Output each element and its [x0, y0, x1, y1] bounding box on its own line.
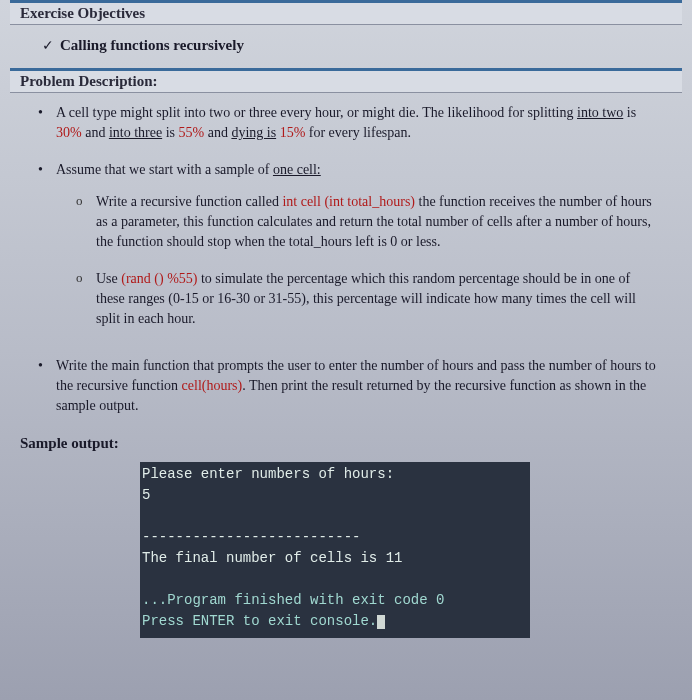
console-line-4b: Press ENTER to exit console. [142, 613, 377, 629]
exercise-objectives-header: Exercise Objectives [10, 0, 682, 25]
problem-point-2: Assume that we start with a sample of on… [28, 156, 662, 352]
console-line-4a: ...Program finished with exit code 0 [142, 592, 444, 608]
document-page: Exercise Objectives ✓ Calling functions … [0, 0, 692, 648]
console-line-2: 5 [142, 487, 150, 503]
objective-item: ✓ Calling functions recursively [10, 31, 682, 68]
problem-point-1: A cell type might split into two or thre… [28, 99, 662, 156]
objective-text: Calling functions recursively [60, 37, 244, 53]
console-line-3: The final number of cells is 11 [142, 550, 402, 566]
check-icon: ✓ [42, 37, 54, 54]
problem-point-3: Write the main function that prompts the… [28, 352, 662, 429]
sub-list: Write a recursive function called int ce… [56, 180, 662, 340]
sub-point-1: Write a recursive function called int ce… [66, 186, 662, 263]
console-line-1: Please enter numbers of hours: [142, 466, 394, 482]
sub-point-2: Use (rand () %55) to simulate the percen… [66, 263, 662, 340]
cursor-icon [377, 615, 385, 629]
problem-description-header: Problem Description: [10, 68, 682, 93]
console-output: Please enter numbers of hours: 5 -------… [140, 462, 530, 638]
problem-list: A cell type might split into two or thre… [10, 99, 682, 429]
sample-output-header: Sample output: [10, 429, 682, 462]
